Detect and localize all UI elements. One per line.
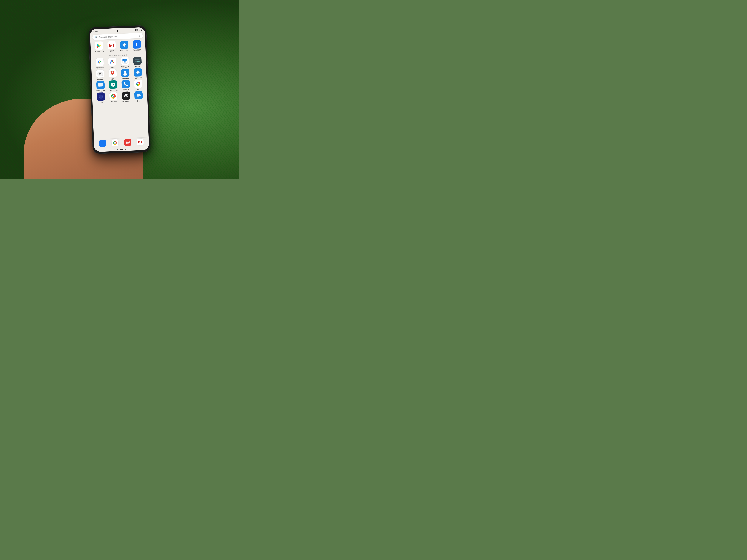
search-bar[interactable]: 🔍 Поиск приложений ⋮ — [93, 33, 143, 40]
status-bar: 09:53 ▌▌▌ ▲ ▮ — [90, 27, 145, 34]
dolby-icon — [122, 91, 130, 100]
search-input: Поиск приложений — [99, 35, 136, 38]
search-icon: 🔍 — [95, 36, 98, 38]
apps-row-4: Часы — [95, 91, 145, 103]
duo-icon — [134, 91, 143, 100]
dock-news-icon — [124, 139, 131, 146]
gmail-label: Gmail — [110, 50, 114, 52]
settings-pinned-icon — [120, 41, 129, 49]
camera-label: Камера — [97, 78, 103, 80]
svg-text:+: + — [135, 61, 136, 62]
google-play-label: Google Play — [95, 50, 104, 53]
phone-label: Телефон — [122, 89, 129, 91]
clock-label: Часы — [99, 101, 103, 103]
app-facebook[interactable]: f Facebook — [131, 40, 143, 51]
clock-icon — [97, 92, 105, 101]
dock-facebook-icon: f — [99, 140, 106, 147]
calendar-label: Календарь — [121, 66, 129, 68]
camera-hole — [117, 30, 119, 31]
dock-gmail-icon — [136, 138, 144, 145]
duo-label: Duo — [137, 100, 140, 102]
calculator-icon: − × 0 + ÷ — [133, 57, 142, 65]
pinned-apps-section: Google Play Gmail — [91, 39, 146, 54]
nav-dot-active — [120, 149, 123, 150]
dock-app-chrome[interactable] — [109, 139, 121, 147]
apps-row-3: Сообщения ? Справка п... — [94, 80, 145, 92]
dock-app-gmail[interactable] — [134, 138, 146, 146]
settings-pinned-label: Настройки — [120, 49, 128, 52]
settings2-icon — [133, 68, 142, 77]
svg-point-39 — [124, 71, 126, 73]
google-play-icon — [95, 42, 103, 50]
calendar-icon: 28 — [121, 57, 129, 65]
battery-icon: ▮ — [141, 29, 142, 31]
svg-point-40 — [124, 73, 127, 76]
app-messages[interactable]: Сообщения — [95, 81, 106, 92]
svg-text:f: f — [135, 42, 137, 47]
help-label: Справка п... — [108, 89, 118, 92]
svg-text:28: 28 — [124, 61, 126, 63]
maps-label: Карты — [110, 78, 115, 80]
nav-dot-3 — [125, 149, 126, 150]
signal-icon: ▌▌▌ — [135, 29, 138, 31]
phone-device: 09:53 ▌▌▌ ▲ ▮ 🔍 Поиск приложений ⋮ — [88, 25, 151, 154]
svg-text:×: × — [138, 59, 139, 61]
wifi-icon: ▲ — [139, 29, 140, 31]
apps-row-1: Ассистент Диск — [93, 56, 144, 69]
facebook-label: Facebook — [133, 49, 141, 51]
app-dolby[interactable]: Dolby Atmos — [120, 91, 132, 103]
app-duo[interactable]: Duo — [133, 91, 145, 102]
dolby-label: Dolby Atmos — [122, 100, 131, 103]
chrome-icon — [109, 92, 118, 101]
app-contacts[interactable]: Контакты — [120, 68, 131, 80]
nav-dot-1 — [117, 149, 118, 150]
app-camera[interactable]: Камера — [94, 69, 106, 80]
drive-icon — [108, 57, 117, 66]
facebook-icon: f — [133, 40, 141, 49]
app-help[interactable]: ? Справка п... — [107, 80, 119, 92]
dock-chrome-icon — [111, 139, 119, 146]
app-settings2[interactable]: Настройки — [132, 68, 144, 79]
photos-label: Фото — [136, 88, 140, 90]
app-chrome[interactable]: Chrome — [108, 92, 119, 103]
svg-rect-59 — [136, 94, 139, 97]
svg-text:f: f — [101, 141, 103, 145]
calculator-label: Калькул... — [134, 65, 141, 68]
assistant-label: Ассистент — [96, 66, 104, 69]
app-settings-pinned[interactable]: Настройки — [119, 41, 130, 52]
dock-app-facebook[interactable]: f — [97, 139, 108, 148]
phone-screen: 09:53 ▌▌▌ ▲ ▮ 🔍 Поиск приложений ⋮ — [90, 27, 149, 152]
app-photos[interactable]: Фото — [132, 80, 144, 91]
dock-app-news[interactable] — [122, 139, 133, 147]
apps-row-2: Камера Карты — [94, 68, 144, 80]
app-drive[interactable]: Диск — [106, 57, 118, 69]
more-options-icon[interactable]: ⋮ — [138, 34, 140, 37]
assistant-icon — [96, 58, 104, 66]
drive-label: Диск — [110, 66, 114, 68]
svg-line-43 — [99, 84, 102, 84]
pinned-apps-row: Google Play Gmail — [93, 40, 144, 52]
svg-text:?: ? — [112, 83, 114, 86]
messages-label: Сообщения — [96, 89, 105, 92]
app-phone[interactable]: Телефон — [120, 80, 131, 91]
contacts-icon — [121, 69, 130, 77]
app-assistant[interactable]: Ассистент — [94, 58, 105, 69]
app-google-play[interactable]: Google Play — [93, 42, 105, 53]
all-apps-section: Ассистент Диск — [91, 56, 149, 139]
svg-text:÷: ÷ — [138, 61, 138, 62]
help-icon: ? — [109, 80, 118, 89]
svg-point-58 — [126, 95, 128, 97]
app-clock[interactable]: Часы — [95, 92, 107, 104]
gmail-icon — [107, 41, 116, 50]
photos-icon — [134, 80, 143, 88]
app-gmail[interactable]: Gmail — [106, 41, 118, 52]
messages-icon — [96, 81, 105, 89]
app-calendar[interactable]: 28 Календарь — [119, 57, 131, 68]
svg-marker-15 — [110, 59, 112, 63]
dock-row: f — [96, 138, 147, 148]
contacts-label: Контакты — [122, 77, 129, 80]
settings2-label: Настройки — [134, 77, 142, 79]
maps-icon — [108, 69, 117, 77]
app-maps[interactable]: Карты — [107, 69, 119, 80]
app-calculator[interactable]: − × 0 + ÷ Калькул... — [132, 56, 143, 68]
